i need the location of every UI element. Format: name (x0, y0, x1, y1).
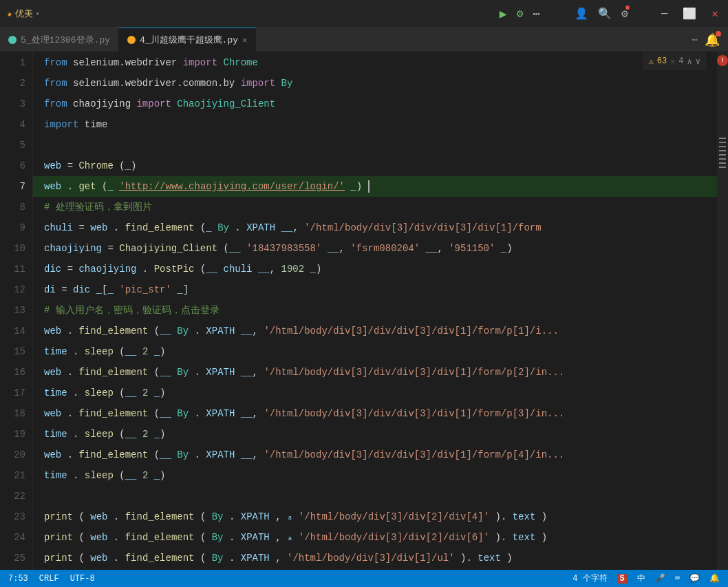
right-gutter[interactable]: ! (717, 52, 728, 570)
code-line-5 (33, 135, 717, 156)
statusbar-right: 4 个字符 S 中 🎤 ⌨ 💬 🔔 (572, 573, 720, 584)
status-s-icon: S (617, 574, 628, 584)
down-nav-button[interactable]: ∨ (696, 56, 700, 67)
keyword-import-4: import (44, 119, 78, 130)
code-line-22 (33, 486, 717, 506)
scroll-mark-5 (719, 154, 726, 156)
tab-options-button[interactable]: ⋯ (692, 34, 698, 45)
menu-dots-button[interactable]: ⋯ (533, 6, 542, 21)
tab-4-chaojiying[interactable]: 4_川超级鹰干超级鹰.py ✕ (119, 28, 256, 52)
code-line-7: web . get (_ 'http://www.chaojiying.com/… (33, 176, 717, 197)
tab-more-section: ⋯ 🔔 (684, 28, 728, 52)
tab-close-icon[interactable]: ✕ (242, 35, 247, 45)
code-line-13: # 输入用户名，密码，验证码，点击登录 (33, 300, 717, 321)
line-num-7: 7 (0, 176, 25, 197)
error-count: 63 (657, 56, 667, 66)
scroll-mark-7 (719, 162, 726, 164)
up-nav-button[interactable]: ∧ (687, 56, 692, 67)
status-crlf[interactable]: CRLF (39, 574, 59, 584)
line-num-2: 2 (0, 73, 25, 94)
code-line-6: web = Chrome (_) (33, 156, 717, 176)
chevron-down-icon: ▾ (36, 10, 40, 18)
tab-label: 5_处理12306登录.py (21, 34, 110, 46)
tab-label-active: 4_川超级鹰干超级鹰.py (140, 34, 238, 46)
maximize-button[interactable]: ⬜ (680, 7, 699, 21)
scroll-mark-3 (719, 146, 726, 147)
rating-section: ★ 优美 ▾ (7, 8, 40, 20)
code-line-1: from selenium.webdriver import Chrome (33, 52, 717, 73)
close-button[interactable]: ✕ (709, 7, 721, 21)
line-num-21: 21 (0, 465, 25, 486)
line-num-3: 3 (0, 94, 25, 114)
code-line-15: time . sleep (__ 2 _) (33, 341, 717, 362)
line-num-11: 11 (0, 259, 25, 279)
status-mic-icon[interactable]: 🎤 (655, 573, 665, 584)
error-bar: ⚠ 63 ✕ 4 ∧ ∨ (643, 52, 706, 70)
code-line-2: from selenium.webdriver.common.by import… (33, 73, 717, 94)
tab-5-login[interactable]: 5_处理12306登录.py (0, 28, 119, 52)
code-editor[interactable]: ⚠ 63 ✕ 4 ∧ ∨ from selenium.webdriver imp… (33, 52, 717, 570)
user-icon[interactable]: 👤 (575, 7, 588, 21)
line-num-6: 6 (0, 156, 25, 176)
line-num-19: 19 (0, 424, 25, 445)
star-icon: ★ (7, 8, 12, 19)
code-line-16: web . find_element (__ By . XPATH __, '/… (33, 362, 717, 383)
run-button[interactable]: ▶ (500, 6, 507, 21)
line-num-18: 18 (0, 403, 25, 424)
line-num-12: 12 (0, 279, 25, 300)
code-line-25: print ( web . find_element ( By . XPATH … (33, 548, 717, 568)
code-line-21: time . sleep (__ 2 _) (33, 465, 717, 486)
code-line-9: chuli = web . find_element (_ By . XPATH… (33, 217, 717, 238)
keyword-import-2: import (241, 78, 275, 89)
status-chat-icon[interactable]: 💬 (689, 573, 700, 584)
line-num-8: 8 (0, 197, 25, 217)
line-num-13: 13 (0, 300, 25, 321)
line-num-22: 22 (0, 486, 25, 506)
error-info-icon: ! (717, 55, 728, 66)
keyword-import: import (183, 57, 217, 68)
search-button[interactable]: 🔍 (598, 7, 612, 21)
scroll-mark-8 (719, 167, 726, 168)
settings-button[interactable]: ⚙ (621, 7, 628, 21)
line-num-25: 25 (0, 548, 25, 568)
status-encoding[interactable]: UTF-8 (70, 574, 95, 584)
x-count: 4 (678, 56, 683, 66)
code-line-23: print ( web . find_element ( By . XPATH … (33, 506, 717, 527)
line-num-9: 9 (0, 217, 25, 238)
tab-bar: 5_处理12306登录.py 4_川超级鹰干超级鹰.py ✕ ⋯ 🔔 (0, 28, 728, 52)
line-num-20: 20 (0, 445, 25, 465)
notification-bell-icon[interactable]: 🔔 (705, 32, 720, 47)
line-num-4: 4 (0, 114, 25, 135)
scroll-mark-6 (719, 158, 726, 160)
code-line-11: dic = chaojiying . PostPic (__ chuli __,… (33, 259, 717, 279)
keyword-from-2: from (44, 78, 67, 89)
scroll-mark-4 (719, 150, 726, 151)
status-keyboard-icon[interactable]: ⌨ (675, 573, 680, 584)
status-time: 7:53 (8, 574, 28, 584)
code-line-10: chaojiying = Chaojiying_Client (__ '1843… (33, 238, 717, 259)
code-line-18: web . find_element (__ By . XPATH __, '/… (33, 403, 717, 424)
titlebar-left: ★ 优美 ▾ (7, 8, 494, 20)
code-line-19: time . sleep (__ 2 _) (33, 424, 717, 445)
debug-button[interactable]: ⚙ (517, 7, 524, 21)
code-line-4: import time (33, 114, 717, 135)
code-line-3: from chaojiying import Chaojiying_Client (33, 94, 717, 114)
line-num-14: 14 (0, 321, 25, 341)
status-bell-icon[interactable]: 🔔 (709, 573, 720, 584)
error-separator: ✕ (670, 56, 675, 67)
line-num-24: 24 (0, 527, 25, 548)
titlebar-right: ▶ ⚙ ⋯ 👤 🔍 ⚙ — ⬜ ✕ (500, 6, 721, 21)
line-num-10: 10 (0, 238, 25, 259)
status-lang[interactable]: 中 (637, 573, 645, 584)
line-num-23: 23 (0, 506, 25, 527)
code-line-24: print ( web . find_element ( By . XPATH … (33, 527, 717, 548)
warning-icon: ⚠ (648, 56, 653, 67)
code-line-8: # 处理验证码，拿到图片 (33, 197, 717, 217)
line-num-15: 15 (0, 341, 25, 362)
line-num-1: 1 (0, 52, 25, 73)
title-bar: ★ 优美 ▾ ▶ ⚙ ⋯ 👤 🔍 ⚙ — ⬜ ✕ (0, 0, 728, 28)
python-icon-2 (127, 36, 136, 44)
editor-container: 1 2 3 4 5 6 7 8 9 10 11 12 13 14 15 16 1… (0, 52, 728, 570)
minimize-button[interactable]: — (659, 8, 671, 20)
code-line-20: web . find_element (__ By . XPATH __, '/… (33, 445, 717, 465)
